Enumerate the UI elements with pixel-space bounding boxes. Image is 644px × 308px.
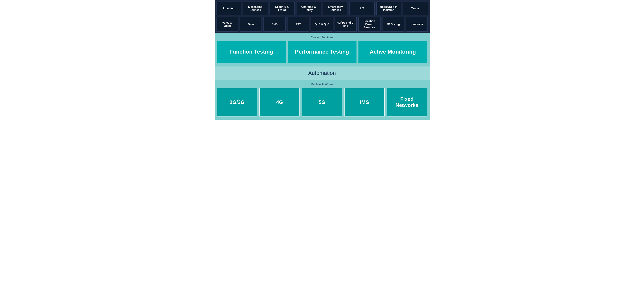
- top-tile: 4G/5G end-2-end: [334, 17, 357, 32]
- top-tile: Teams: [403, 2, 428, 15]
- tile-row-1: RoamingMessaging ServicesSecurity & Frau…: [216, 2, 428, 15]
- top-section: RoamingMessaging ServicesSecurity & Frau…: [214, 0, 430, 33]
- top-tile: PTT: [287, 17, 309, 32]
- top-tile: Nodes/NFs in isolation: [376, 2, 402, 15]
- top-tile: Charging & Policy: [296, 2, 321, 15]
- diagram: RoamingMessaging ServicesSecurity & Frau…: [214, 0, 430, 120]
- platform-card: IMS: [344, 88, 385, 116]
- solution-card: Active Monitoring: [358, 41, 427, 63]
- platform-card: 5G: [302, 88, 342, 116]
- platform-row: 2G/3G4G5GIMSFixed Networks: [217, 88, 427, 116]
- evolver-platform-label: Evolver Platform: [217, 83, 427, 86]
- automation-section: Automation: [214, 66, 430, 80]
- platform-card: 2G/3G: [217, 88, 258, 116]
- top-tile: Emergency Services: [323, 2, 348, 15]
- solution-card: Function Testing: [217, 41, 286, 63]
- top-tile: 5G Slicing: [382, 17, 404, 32]
- top-tile: Handover: [406, 17, 428, 32]
- top-tile: Location Based Services: [358, 17, 380, 32]
- top-tile: Roaming: [216, 2, 242, 15]
- evolver-platform-section: Evolver Platform 2G/3G4G5GIMSFixed Netwo…: [214, 80, 430, 120]
- top-tile: Data: [240, 17, 262, 32]
- solution-card: Performance Testing: [288, 41, 356, 63]
- top-tile: Messaging Services: [243, 2, 268, 15]
- platform-card: 4G: [259, 88, 300, 116]
- solutions-row: Function TestingPerformance TestingActiv…: [217, 41, 427, 63]
- top-tile: Security & Fraud: [270, 2, 295, 15]
- top-tile: Voice & Video: [216, 17, 238, 32]
- evolver-solutions-section: Evolver Solutions Function TestingPerfor…: [214, 33, 430, 66]
- top-tile: IoT: [350, 2, 375, 15]
- evolver-solutions-label: Evolver Solutions: [217, 36, 427, 39]
- automation-label: Automation: [308, 70, 336, 76]
- tile-row-2: Voice & VideoDataSMSPTTQoS & QoE4G/5G en…: [216, 17, 428, 32]
- top-tile: QoS & QoE: [311, 17, 333, 32]
- platform-card: Fixed Networks: [386, 88, 427, 116]
- top-tile: SMS: [264, 17, 286, 32]
